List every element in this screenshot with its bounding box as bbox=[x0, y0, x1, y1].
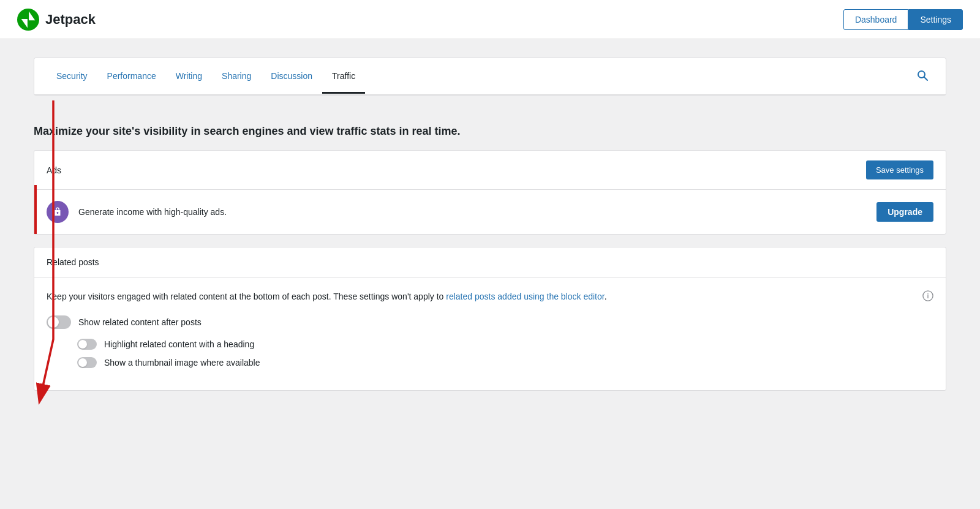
show-related-toggle[interactable] bbox=[47, 315, 71, 329]
thumbnail-label: Show a thumbnail image where available bbox=[104, 358, 260, 368]
ads-section: Ads Save settings Generate income with h… bbox=[34, 150, 946, 235]
svg-line-5 bbox=[924, 77, 928, 81]
settings-button[interactable]: Settings bbox=[908, 9, 963, 30]
tab-discussion[interactable]: Discussion bbox=[261, 60, 322, 94]
desc-part1: Keep your visitors engaged with related … bbox=[47, 292, 446, 301]
tab-traffic[interactable]: Traffic bbox=[322, 60, 365, 94]
related-posts-desc-text: Keep your visitors engaged with related … bbox=[47, 290, 916, 303]
related-posts-header: Related posts bbox=[34, 247, 946, 277]
main-content: Security Performance Writing Sharing Dis… bbox=[0, 39, 980, 421]
show-related-toggle-row: Show related content after posts bbox=[47, 315, 933, 329]
tab-security[interactable]: Security bbox=[47, 60, 97, 94]
highlight-heading-toggle[interactable] bbox=[77, 339, 97, 350]
jetpack-logo-icon bbox=[17, 9, 39, 31]
tabs-card: Security Performance Writing Sharing Dis… bbox=[34, 58, 946, 96]
related-posts-description: Keep your visitors engaged with related … bbox=[47, 290, 933, 303]
ads-description: Generate income with high-quality ads. bbox=[78, 207, 227, 217]
highlight-heading-toggle-row: Highlight related content with a heading bbox=[77, 339, 933, 350]
search-icon[interactable] bbox=[911, 58, 933, 94]
tabs-nav: Security Performance Writing Sharing Dis… bbox=[34, 58, 946, 95]
tab-writing[interactable]: Writing bbox=[166, 60, 212, 94]
save-settings-button[interactable]: Save settings bbox=[866, 160, 933, 179]
svg-point-0 bbox=[17, 9, 39, 31]
logo: Jetpack bbox=[17, 9, 96, 31]
highlight-heading-label: Highlight related content with a heading bbox=[104, 339, 254, 349]
header: Jetpack Dashboard Settings bbox=[0, 0, 980, 39]
related-posts-title: Related posts bbox=[47, 257, 99, 267]
ads-row-left: Generate income with high-quality ads. bbox=[47, 201, 227, 223]
related-posts-section: Related posts Keep your visitors engaged… bbox=[34, 247, 946, 391]
info-icon bbox=[922, 290, 933, 301]
ads-section-header: Ads Save settings bbox=[34, 151, 946, 190]
ads-title: Ads bbox=[47, 165, 61, 175]
page-heading: Maximize your site's visibility in searc… bbox=[34, 110, 946, 150]
related-posts-body: Keep your visitors engaged with related … bbox=[34, 277, 946, 390]
block-editor-link[interactable]: related posts added using the block edit… bbox=[446, 292, 604, 301]
logo-text: Jetpack bbox=[45, 12, 96, 28]
dashboard-button[interactable]: Dashboard bbox=[843, 9, 909, 30]
header-nav-buttons: Dashboard Settings bbox=[843, 9, 963, 30]
show-related-label: Show related content after posts bbox=[78, 317, 202, 327]
lock-icon bbox=[52, 206, 63, 217]
desc-part2: . bbox=[605, 292, 607, 301]
lock-icon-circle bbox=[47, 201, 69, 223]
upgrade-button[interactable]: Upgrade bbox=[876, 202, 933, 222]
ads-row: Generate income with high-quality ads. U… bbox=[34, 190, 946, 234]
thumbnail-toggle[interactable] bbox=[77, 357, 97, 368]
tab-sharing[interactable]: Sharing bbox=[212, 60, 261, 94]
thumbnail-toggle-row: Show a thumbnail image where available bbox=[77, 357, 933, 368]
tab-performance[interactable]: Performance bbox=[97, 60, 166, 94]
svg-point-8 bbox=[927, 293, 929, 295]
